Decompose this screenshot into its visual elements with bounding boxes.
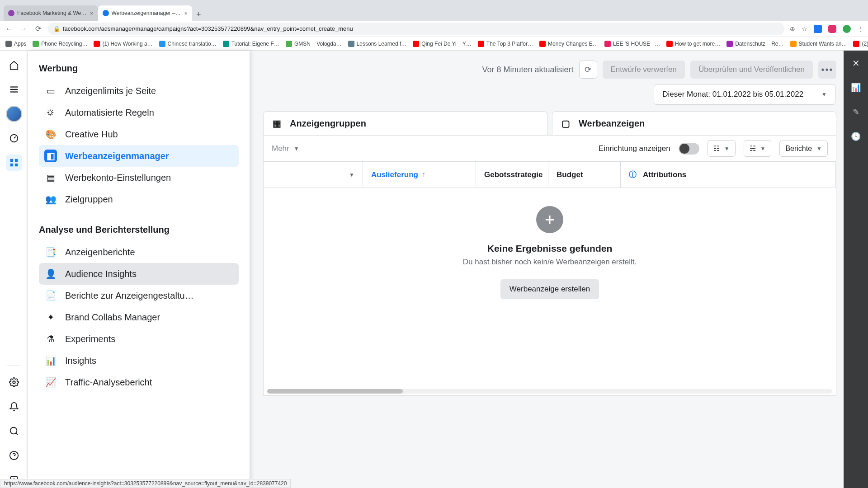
flyout-item-automated-rules[interactable]: ⛭Automatisierte Regeln (39, 102, 239, 123)
bookmark-item[interactable]: Datenschutz – Re… (726, 41, 783, 47)
columns-dropdown[interactable]: ☷▼ (708, 140, 736, 157)
grid-icon[interactable] (6, 155, 22, 171)
gauge-icon[interactable] (6, 130, 22, 146)
review-publish-button[interactable]: Überprüfen und Veröffentlichen (690, 61, 813, 79)
hamburger-icon[interactable] (6, 81, 22, 98)
bookmark-item[interactable]: Qing Fei De Yi – Y… (413, 41, 472, 47)
chart-icon[interactable]: 📊 (849, 81, 862, 94)
setup-toggle[interactable] (679, 143, 699, 155)
forward-button[interactable]: → (19, 25, 28, 33)
empty-state-title: Keine Ergebnisse gefunden (487, 243, 613, 254)
extension-icon[interactable] (814, 25, 822, 33)
star-icon[interactable]: ☆ (802, 25, 807, 33)
reload-button[interactable]: ⟳ (33, 24, 42, 33)
column-attributions[interactable]: ⓘAttributions (621, 162, 836, 188)
edit-icon[interactable]: ✎ (849, 106, 862, 118)
new-tab-button[interactable]: + (192, 8, 205, 21)
history-icon[interactable]: 🕓 (849, 130, 862, 143)
audience-icon: 👤 (44, 267, 57, 280)
plus-icon: + (536, 206, 563, 233)
lock-icon: 🔒 (53, 26, 60, 32)
flyout-item-audiences[interactable]: 👥Zielgruppen (39, 188, 239, 210)
flyout-item-audience-insights[interactable]: 👤Audience Insights (39, 263, 239, 285)
flyout-item-ad-account-settings[interactable]: ▤Werbekonto-Einstellungen (39, 167, 239, 188)
extension-icon[interactable] (828, 25, 836, 33)
flyout-item-brand-collabs[interactable]: ✦Brand Collabs Manager (39, 306, 239, 328)
help-icon[interactable] (6, 447, 22, 464)
close-icon[interactable]: ✕ (849, 57, 862, 70)
svg-rect-7 (14, 164, 17, 166)
gear-icon[interactable] (6, 374, 22, 390)
browser-tab-active[interactable]: Werbeanzeigenmanager – We… × (98, 5, 193, 21)
breakdown-dropdown[interactable]: ☵▼ (744, 140, 772, 157)
favicon-icon (103, 10, 109, 16)
svg-line-10 (16, 433, 18, 435)
avatar[interactable] (6, 106, 22, 122)
flyout-item-insights[interactable]: 📊Insights (39, 350, 239, 371)
tab-title: Facebook Marketing & Werb… (17, 10, 87, 16)
column-budget[interactable]: Budget (548, 162, 621, 188)
flyout-item-ads-manager[interactable]: ◧Werbeanzeigenmanager (39, 145, 239, 167)
flyout-item-experiments[interactable]: ⚗Experiments (39, 328, 239, 350)
bookmark-item[interactable]: Tutorial: Eigene F… (223, 41, 279, 47)
bookmark-item[interactable]: LEE 'S HOUSE –… (604, 41, 660, 47)
flyout-item-traffic-report[interactable]: 📈Traffic-Analysebericht (39, 371, 239, 393)
chevron-down-icon: ▼ (760, 145, 766, 152)
close-icon[interactable]: × (90, 10, 94, 17)
table-header-row: ▼ Auslieferung ↑ Gebotsstrategie Budget … (263, 162, 836, 188)
bookmark-item[interactable]: (2) How To Add A… (853, 41, 868, 47)
bookmark-item[interactable]: How to get more… (666, 41, 720, 47)
date-range-text: Dieser Monat: 01.01.2022 bis 05.01.2022 (662, 90, 803, 99)
menu-icon[interactable]: ⋮ (857, 25, 863, 33)
trend-icon: 📈 (44, 376, 57, 389)
chevron-down-icon: ▼ (294, 145, 299, 152)
tab-ads[interactable]: ▢ Werbeanzeigen (552, 111, 836, 135)
back-button[interactable]: ← (5, 25, 14, 33)
create-ad-button[interactable]: Werbeanzeige erstellen (500, 279, 599, 299)
bookmark-item[interactable]: Lessons Learned f… (348, 41, 407, 47)
flyout-item-ad-limits[interactable]: ▭Anzeigenlimits je Seite (39, 80, 239, 102)
column-bid-strategy[interactable]: Gebotsstrategie (476, 162, 548, 188)
discard-drafts-button[interactable]: Entwürfe verwerfen (603, 61, 685, 79)
bookmark-item[interactable]: Chinese translatio… (159, 41, 217, 47)
adsets-icon: ▦ (273, 118, 283, 129)
flyout-section-analytics: Analyse und Berichterstellung (39, 225, 239, 235)
flyout-item-ad-reports[interactable]: 📑Anzeigenberichte (39, 241, 239, 263)
address-bar[interactable]: 🔒 facebook.com/adsmanager/manage/campaig… (48, 23, 784, 35)
address-bar-row: ← → ⟳ 🔒 facebook.com/adsmanager/manage/c… (0, 21, 868, 37)
more-button[interactable]: ••• (818, 61, 836, 79)
search-icon[interactable] (6, 423, 22, 439)
sort-up-icon: ↑ (422, 170, 426, 179)
apps-button[interactable]: Apps (5, 41, 26, 47)
reports-dropdown[interactable]: Berichte▼ (779, 141, 828, 157)
chevron-down-icon[interactable]: ▼ (349, 172, 354, 178)
home-icon[interactable] (6, 57, 22, 73)
palette-icon: 🎨 (44, 128, 57, 141)
date-range-picker[interactable]: Dieser Monat: 01.01.2022 bis 05.01.2022 … (654, 84, 835, 105)
svg-rect-6 (10, 164, 13, 166)
tab-ad-sets[interactable]: ▦ Anzeigengruppen (263, 111, 547, 135)
flyout-item-creative-reports[interactable]: 📄Berichte zur Anzeigengestaltu… (39, 285, 239, 306)
doc-icon: 📄 (44, 289, 57, 302)
flask-icon: ⚗ (44, 333, 57, 345)
bell-icon[interactable] (6, 399, 22, 415)
chevron-down-icon: ▼ (724, 145, 730, 152)
browser-tab[interactable]: Facebook Marketing & Werb… × (4, 5, 98, 21)
bookmark-item[interactable]: GMSN – Vologda… (286, 41, 342, 47)
close-icon[interactable]: × (184, 10, 188, 17)
bookmark-item[interactable]: Money Changes E… (539, 41, 598, 47)
zoom-icon[interactable]: ⊕ (790, 25, 795, 33)
url-text: facebook.com/adsmanager/manage/campaigns… (63, 25, 353, 32)
flyout-item-creative-hub[interactable]: 🎨Creative Hub (39, 123, 239, 145)
left-navigation-rail (0, 51, 28, 488)
status-bar-url: https://www.facebook.com/audience-insigh… (0, 479, 291, 488)
bookmark-item[interactable]: Phone Recycling… (33, 41, 87, 47)
horizontal-scrollbar[interactable] (267, 389, 832, 394)
bookmark-item[interactable]: Student Wants an… (790, 41, 847, 47)
refresh-button[interactable]: ⟳ (579, 61, 597, 79)
bookmark-item[interactable]: (1) How Working a… (94, 41, 152, 47)
bookmark-item[interactable]: The Top 3 Platfor… (478, 41, 533, 47)
more-dropdown[interactable]: Mehr ▼ (272, 144, 299, 153)
extension-icon[interactable] (843, 25, 851, 33)
column-delivery[interactable]: Auslieferung ↑ (363, 162, 476, 188)
